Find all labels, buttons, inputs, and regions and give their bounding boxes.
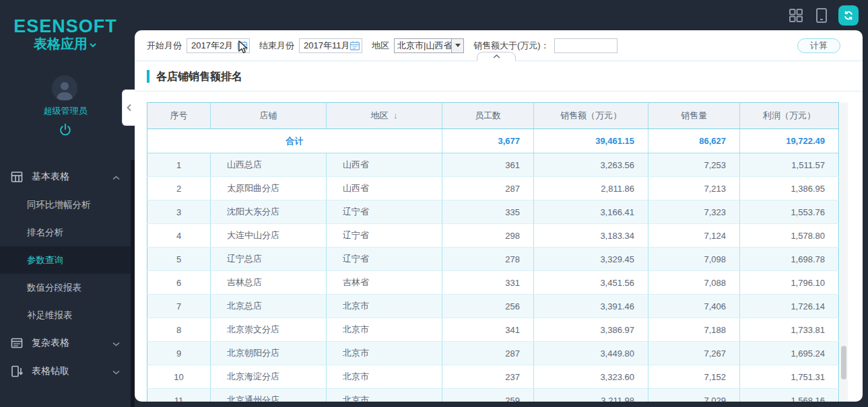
app-switcher[interactable]: 表格应用 — [0, 35, 131, 53]
cell: 1,698.78 — [740, 248, 839, 271]
cell: 北京朝阳分店 — [211, 342, 327, 365]
cell: 1,751.31 — [740, 365, 839, 389]
cell: 8 — [147, 318, 211, 342]
sidebar-section-label: 基本表格 — [32, 171, 112, 183]
calendar-icon[interactable] — [237, 40, 248, 51]
cell: 7,098 — [648, 248, 740, 271]
cell: 6 — [147, 271, 211, 295]
cell: 287 — [442, 342, 534, 365]
cell: 山西总店 — [211, 153, 327, 177]
cell: 北京市 — [327, 295, 442, 318]
refresh-icon[interactable] — [838, 5, 859, 26]
table-scrollbar-thumb[interactable] — [841, 346, 846, 379]
cell: 3,386.97 — [534, 318, 648, 342]
start-month-label: 开始月份 — [147, 40, 182, 52]
sidebar-section-0[interactable]: 基本表格 — [0, 163, 131, 191]
sidebar-section-1[interactable]: 复杂表格 — [0, 329, 131, 357]
logout-power-icon[interactable] — [58, 122, 73, 137]
column-header-6: 利润（万元） — [740, 103, 839, 129]
cell: 3,323.60 — [534, 365, 648, 389]
chevron-down-icon — [112, 338, 120, 348]
cell: 7 — [147, 295, 211, 318]
table-row: 11北京通州分店北京市2593,211.987,0291,568.16 — [147, 389, 839, 402]
cell: 山西省 — [327, 177, 442, 200]
cell: 298 — [442, 224, 534, 248]
cell: 5 — [147, 248, 211, 271]
table-row: 3沈阳大东分店辽宁省3353,166.417,3231,553.76 — [147, 200, 839, 224]
cell: 1,695.24 — [740, 342, 839, 365]
sidebar-menu: 基本表格同环比增幅分析排名分析参数查询数值分段报表补足维报表复杂表格表格钻取 — [0, 163, 131, 385]
drill-table-icon — [11, 365, 23, 377]
cell: 7,029 — [648, 389, 740, 402]
table-row: 9北京朝阳分店北京市2873,449.807,2671,695.24 — [147, 342, 839, 365]
cell: 3,451.56 — [534, 271, 648, 295]
cell: 辽宁总店 — [211, 248, 327, 271]
summary-label: 合计 — [147, 129, 442, 153]
avatar[interactable] — [52, 75, 77, 101]
end-month-field — [299, 38, 362, 53]
cell: 3,263.56 — [534, 153, 648, 177]
content-card: 开始月份 结束月份 地区 北京市| — [135, 30, 863, 402]
cell: 1,578.80 — [740, 224, 839, 248]
sidebar-collapse-handle[interactable] — [122, 89, 135, 126]
start-month-field — [187, 38, 250, 53]
cell: 吉林总店 — [211, 271, 327, 295]
cell: 7,267 — [648, 342, 740, 365]
cell: 3,211.98 — [534, 389, 648, 402]
cell: 北京总店 — [211, 295, 327, 318]
cell: 北京市 — [327, 318, 442, 342]
cell: 7,253 — [648, 153, 740, 177]
sales-threshold-input[interactable] — [554, 38, 617, 53]
cell: 辽宁省 — [327, 224, 442, 248]
cell: 9 — [147, 342, 211, 365]
summary-value-3: 19,722.49 — [740, 129, 839, 153]
region-select[interactable]: 北京市|山西省|辽 — [394, 38, 464, 53]
complex-table-icon — [11, 337, 23, 349]
table-header-row: 序号店铺地区 ↓员工数销售额（万元）销售量利润（万元） — [147, 103, 839, 129]
report-title-bar: 各店铺销售额排名 — [135, 61, 863, 91]
filter-bar: 开始月份 结束月份 地区 北京市| — [135, 30, 863, 61]
sidebar-item-0-3[interactable]: 数值分段报表 — [0, 274, 131, 301]
sales-threshold-label: 销售额大于(万元)： — [473, 40, 549, 52]
cell: 1,386.95 — [740, 177, 839, 200]
filterbar-fold-tab[interactable] — [477, 52, 516, 61]
cell: 太原阳曲分店 — [211, 177, 327, 200]
cell: 3,449.80 — [534, 342, 648, 365]
cell: 7,188 — [648, 318, 740, 342]
cell: 1,726.14 — [740, 295, 839, 318]
cell: 1,568.16 — [740, 389, 839, 402]
column-header-5: 销售量 — [648, 103, 740, 129]
cell: 237 — [442, 365, 534, 389]
cell: 1,511.57 — [740, 153, 839, 177]
cell: 2,811.86 — [534, 177, 648, 200]
cell: 1,796.10 — [740, 271, 839, 295]
cell: 361 — [442, 153, 534, 177]
sort-desc-icon: ↓ — [393, 110, 398, 120]
column-header-3: 员工数 — [442, 103, 534, 129]
basic-table-icon — [11, 171, 23, 183]
cell: 3,329.45 — [534, 248, 648, 271]
device-preview-icon[interactable] — [813, 7, 830, 24]
cell: 287 — [442, 177, 534, 200]
grid-apps-icon[interactable] — [787, 7, 805, 24]
sidebar-item-0-0[interactable]: 同环比增幅分析 — [0, 191, 131, 219]
cell: 辽宁省 — [327, 248, 442, 271]
cell: 11 — [147, 389, 211, 402]
sidebar-section-2[interactable]: 表格钻取 — [0, 357, 131, 385]
title-accent-bar — [147, 70, 149, 83]
calendar-icon[interactable] — [349, 40, 360, 51]
region-value: 北京市|山西省|辽 — [395, 39, 451, 52]
dropdown-arrow-icon[interactable] — [451, 39, 463, 52]
region-label: 地区 — [372, 40, 389, 52]
cell: 335 — [442, 200, 534, 224]
sidebar-item-0-2[interactable]: 参数查询 — [0, 246, 131, 274]
table-row: 10北京海淀分店北京市2373,323.607,1521,751.31 — [147, 365, 839, 389]
table-scrollbar-track[interactable] — [840, 102, 848, 402]
cell: 10 — [147, 365, 211, 389]
cell: 1,733.81 — [740, 318, 839, 342]
sidebar-item-0-4[interactable]: 补足维报表 — [0, 301, 131, 329]
sidebar-item-0-1[interactable]: 排名分析 — [0, 219, 131, 246]
column-header-2[interactable]: 地区 ↓ — [327, 103, 442, 129]
calculate-button[interactable]: 计算 — [797, 38, 840, 53]
chevron-up-icon — [112, 172, 120, 182]
